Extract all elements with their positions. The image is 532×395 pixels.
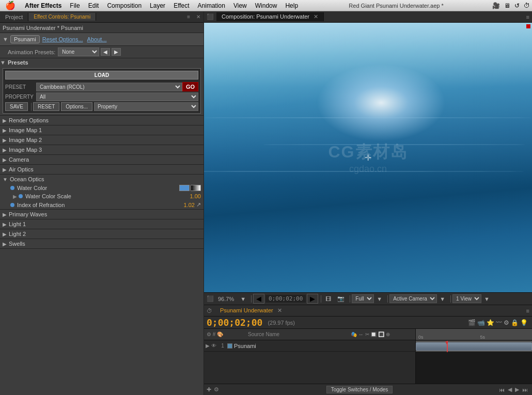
next-frame-btn[interactable]: ▶ [307,294,318,304]
toolbar-refresh-icon[interactable]: ↺ [512,2,522,9]
nav-prev-icon[interactable]: ◀ [508,386,512,393]
light-2-group: ▶ Light 2 [0,229,204,239]
image-map-2-group: ▶ Image Map 2 [0,135,204,145]
presets-header[interactable]: ▼ Presets [0,58,204,67]
menu-window[interactable]: Window [251,1,281,10]
layer-name-bar: Psunami Underwater * Psunami [0,23,204,33]
add-layer-icon[interactable]: ✚ [207,386,211,393]
quality-dropdown-icon[interactable]: ▼ [374,295,385,303]
tl-light-icon[interactable]: 💡 [520,319,528,326]
image-map-1-header[interactable]: ▶ Image Map 1 [0,125,204,135]
swells-header[interactable]: ▶ Swells [0,239,204,248]
tl-motion-icon[interactable]: 〰 [496,319,502,326]
timeline-panel-menu[interactable]: ≡ [524,308,532,314]
menu-view[interactable]: View [229,1,251,10]
comp-panel-menu[interactable]: ≡ [524,14,532,20]
timecode-display[interactable]: 0;00;02;00 [265,295,306,303]
render-btn[interactable]: 🎞 [323,295,334,303]
left-panel: Project Effect Controls: Psunami ≡ ✕ Psu… [0,11,204,395]
panel-menu-btn[interactable]: ≡ [184,13,193,21]
ocean-optics-header[interactable]: ▼ Ocean Optics [0,175,204,184]
swells-arrow: ▶ [3,241,7,247]
tl-ball-icon[interactable]: ⚙ [504,319,509,326]
quality-select[interactable]: Full [352,294,374,303]
anim-presets-prev[interactable]: ◀ [101,48,110,56]
zoom-display[interactable]: 96.7% [215,295,237,303]
effect-name-button[interactable]: Psunami [10,35,40,43]
preset-select[interactable]: Carribbean (RCOL) [36,83,182,91]
effect-header: ▼ Psunami Reset Options... About... [0,33,204,46]
nav-next-icon[interactable]: ▶ [515,386,519,393]
menu-layer[interactable]: Layer [146,1,169,10]
light-1-header[interactable]: ▶ Light 1 [0,219,204,229]
reset-options-link[interactable]: Reset Options... [42,36,83,42]
toolbar-monitor-icon[interactable]: 🖥 [502,2,512,9]
index-refraction-dot [10,203,14,207]
camera-header[interactable]: ▶ Camera [0,155,204,164]
water-color-scale-expand[interactable]: ▶ [13,194,17,199]
property-select[interactable]: All [36,92,198,101]
view-dropdown-icon[interactable]: ▼ [481,295,492,303]
go-button[interactable]: GO [182,82,198,91]
prev-frame-btn[interactable]: ◀ [253,294,264,304]
timeline-tab-close[interactable]: ✕ [277,307,282,313]
water-color-picker[interactable] [191,185,201,191]
timeline-content: ⚙ # 🎨 Source Name 🎭 ↔ ✂ 🔲 🔳 ⊕ ▶ 👁 1 Psun… [204,329,532,384]
panel-close-btn[interactable]: ✕ [193,13,204,21]
image-map-3-header[interactable]: ▶ Image Map 3 [0,145,204,154]
toolbar-camera-icon[interactable]: 🎥 [490,2,502,9]
anim-presets-next[interactable]: ▶ [112,48,121,56]
timeline-tab-active[interactable]: Psunami Underwater ✕ [215,306,287,315]
presets-arrow-icon: ▼ [0,59,6,66]
image-map-2-header[interactable]: ▶ Image Map 2 [0,135,204,145]
layer-settings-icon[interactable]: ⚙ [214,386,219,393]
options-button[interactable]: Options... [61,102,92,111]
toggle-switches-modes-btn[interactable]: Toggle Switches / Modes [326,386,393,393]
tab-project[interactable]: Project [0,13,28,21]
snapshot-btn[interactable]: 📷 [335,295,347,303]
index-refraction-value[interactable]: 1.02 [184,202,195,208]
reset-property-select[interactable]: Property [94,102,198,111]
zoom-dropdown-icon[interactable]: ▼ [238,295,248,303]
tl-solo-icon[interactable]: 🔒 [511,319,519,326]
effect-toggle-arrow[interactable]: ▼ [3,36,8,42]
apple-menu[interactable]: 🍎 [0,1,21,10]
comp-tab-close[interactable]: ✕ [314,13,318,20]
view-select[interactable]: 1 View [452,294,481,303]
air-optics-header[interactable]: ▶ Air Optics [0,165,204,174]
menu-effect[interactable]: Effect [169,1,193,10]
image-map-3-arrow: ▶ [3,147,7,153]
nav-start-icon[interactable]: ⏮ [499,387,505,393]
menu-file[interactable]: File [66,1,84,10]
camera-dropdown-icon[interactable]: ▼ [437,295,448,303]
save-button[interactable]: SAVE [5,102,28,111]
toolbar-clock-icon[interactable]: ⏱ [522,2,532,9]
render-options-header[interactable]: ▶ Render Options [0,116,204,125]
load-button[interactable]: LOAD [5,71,198,80]
reset-button[interactable]: RESET [33,102,59,111]
tab-effect-controls[interactable]: Effect Controls: Psunami [28,13,96,21]
light-2-header[interactable]: ▶ Light 2 [0,229,204,239]
image-map-3-group: ▶ Image Map 3 [0,145,204,155]
comp-tab-psunami[interactable]: Composition: Psunami Underwater ✕ [216,12,324,21]
playhead[interactable] [447,341,448,352]
menu-edit[interactable]: Edit [84,1,103,10]
layer-visibility-btn[interactable]: 👁 [211,343,216,349]
about-link[interactable]: About... [87,36,107,42]
layer-color-box[interactable] [227,343,232,349]
camera-select[interactable]: Active Camera [389,294,437,303]
timecode-main[interactable]: 0;00;02;00 [207,317,262,328]
timeline-bar-area [416,341,532,352]
tl-camera-icon[interactable]: 📹 [477,319,485,326]
anim-presets-select[interactable]: None [58,48,99,56]
menu-animation[interactable]: Animation [194,1,229,10]
water-color-scale-value[interactable]: 1.00 [190,193,201,199]
menu-help[interactable]: Help [281,1,302,10]
water-color-swatch[interactable] [179,185,190,191]
tl-render-icon[interactable]: 🎬 [468,319,476,326]
primary-waves-header[interactable]: ▶ Primary Waves [0,210,204,219]
nav-end-icon[interactable]: ⏭ [522,387,528,393]
layer-solo-btn[interactable]: ▶ [206,343,210,349]
tl-star-icon[interactable]: ⭐ [487,319,494,326]
menu-composition[interactable]: Composition [103,1,146,10]
